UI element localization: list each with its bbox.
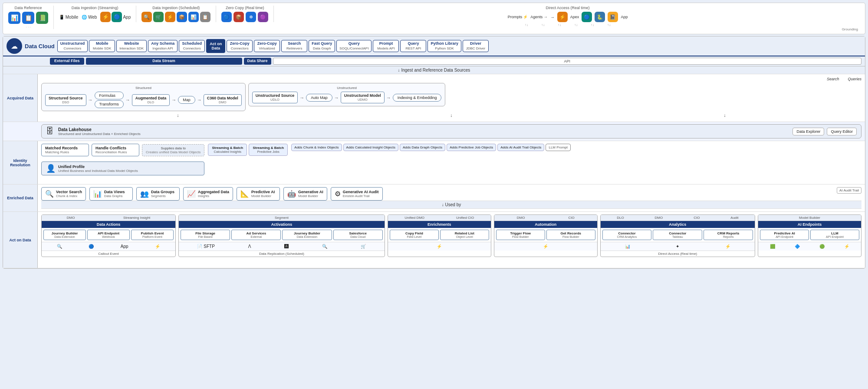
- transforms-box: Transforms: [95, 100, 124, 108]
- da-icon-1: 🔵: [582, 12, 592, 22]
- einstein-icon: 🟩: [770, 244, 775, 249]
- vector-search-sub: Chunk & Index: [56, 194, 82, 198]
- enriched-data-section: Enriched Data 🔍 Vector Search Chunk & In…: [3, 185, 865, 212]
- generative-ai-title: Generative AI: [298, 190, 323, 194]
- ai-audit-trail-label: AI Audit Trail: [837, 187, 861, 194]
- aggregated-data-icon: 📈: [187, 190, 196, 198]
- handle-conflicts-title: Handle Conflicts: [95, 146, 135, 150]
- gen-ai-audit-title: Generative AI Audit: [343, 190, 379, 194]
- supplies-label: Supplies data to Creates unified Data Mo…: [142, 144, 204, 156]
- generative-ai-icon: 🤖: [287, 190, 296, 198]
- dmo-auto-header: DMO: [517, 216, 525, 220]
- activations-column: Segment Activations File Storage File Ba…: [178, 214, 385, 257]
- identity-resolution-label: IdentityResolution: [3, 141, 38, 184]
- connector-crm-item: Connector CRM Analytics: [602, 230, 652, 240]
- adds-graph-box: Adds Data Graph Objects: [400, 144, 445, 151]
- grounding-label: Grounding: [277, 27, 858, 31]
- lakehouse-title: Data Lakehouse: [58, 127, 141, 132]
- dc-connectors-row: Unstructured Connectors Mobile Mobile SD…: [57, 39, 861, 53]
- dc-chip-8: Fast Query Data Graph: [309, 40, 335, 52]
- analytics-bottom-icons: 📊 ✦ ⚡: [601, 242, 755, 251]
- direct-access-label: Direct Access (Real time): [546, 6, 590, 10]
- zero-copy-label: Zero Copy (Real time): [226, 6, 264, 10]
- generative-ai-text: Generative AI Model Builder: [298, 190, 323, 198]
- ir-streaming-items: Streaming & Batch Calculated Insights St…: [208, 144, 288, 156]
- api-endpoint-item: API Endpoint Webhook: [87, 230, 130, 240]
- ai-endpoints-header: Model Builder: [758, 215, 861, 221]
- jupyter-icon: 📓: [608, 12, 618, 22]
- matched-records-title: Matched Records: [45, 146, 85, 150]
- enriched-data-content: 🔍 Vector Search Chunk & Index 📊 Data Vie…: [38, 185, 865, 211]
- dlo-header: DLO: [617, 216, 624, 220]
- ingestion-streaming-label: Data Ingestion (Streaming): [72, 6, 118, 10]
- automation-bottom-icons: ⚡: [494, 242, 597, 251]
- main-container: Data Reference 📊 📋 📗 · · · Data Ingestio…: [0, 0, 868, 389]
- prompts-item: Prompts ⚡: [508, 15, 528, 19]
- data-reference-section: Data Reference 📊 📋 📗 · · ·: [7, 6, 54, 29]
- aggregated-data-title: Aggregated Data: [198, 190, 229, 194]
- acquired-data-flow: Structured Structured Source DSO → Formu…: [41, 83, 861, 111]
- arrow-up-3: ↑↓: [558, 23, 561, 27]
- analytics-bottom-label: Direct Access (Real time): [601, 251, 755, 257]
- dc-chip-11: Query REST API: [400, 40, 426, 52]
- unstructured-model-box: Unstructured Model UDMO: [341, 92, 385, 103]
- enrichments-column: Unified DMO Unified CIO Enrichments Copy…: [388, 214, 491, 257]
- automation-lightning: ⚡: [543, 244, 548, 249]
- streaming-insight-header: Streaming Insight: [123, 216, 150, 220]
- sched-icon-3: ⚡: [165, 12, 175, 22]
- structured-source-box: Structured Source DSO: [45, 94, 86, 106]
- queries-label: Queries: [848, 77, 861, 81]
- arrow-7: →: [386, 95, 391, 100]
- unified-cio-header: Unified CIO: [456, 216, 474, 220]
- callout-icon-search: 🔍: [57, 244, 62, 249]
- automation-items: Trigger Flow Flow Builder Get Records Fl…: [494, 228, 597, 242]
- zero-copy-icons: 🔵 📦 ❄ 🟣: [221, 12, 268, 22]
- ai-audit-trail-col: AI Audit Trail: [837, 187, 861, 201]
- arrow-up-4: ↑↓: [574, 23, 578, 27]
- cio-auto-header: CIO: [568, 216, 574, 220]
- ingestion-scheduled-icons: 🔍 🛒 ⚡ 📦 📊 📋: [141, 12, 210, 22]
- lakehouse-row: 🗄 Data Lakehouse Structured and Unstruct…: [41, 124, 861, 138]
- data-groups-sub: Segments: [151, 194, 174, 198]
- query-editor-btn[interactable]: Query Editor: [827, 128, 857, 135]
- ingest-banner: ↓ Ingest and Reference Data Sources: [3, 66, 865, 74]
- gpt-icon: 🟢: [819, 244, 825, 249]
- data-actions-header: DMO Streaming Insight: [42, 215, 175, 221]
- ir-top-row: Matched Records Matching Rules Handle Co…: [41, 144, 861, 175]
- adds-predictive-box: Adds Predictive Job Objects: [447, 144, 496, 151]
- da-app-label: App: [621, 15, 628, 19]
- indexing-box: Indexing & Embedding: [393, 94, 442, 102]
- gen-ai-audit-icon: ⚙: [335, 190, 341, 198]
- search-queries-row: Search Queries: [41, 77, 861, 81]
- act-columns-row: DMO Streaming Insight Data Actions Journ…: [41, 214, 861, 257]
- direct-access-section: Direct Access (Real time) Prompts ⚡ Agen…: [274, 6, 861, 31]
- ingestion-scheduled-section: Data Ingestion (Scheduled) 🔍 🛒 ⚡ 📦 📊 📋: [136, 6, 216, 22]
- search-icon-act: 🔍: [322, 244, 327, 249]
- data-ref-icon-1: 📊: [8, 12, 20, 24]
- arrow-up-1: ↑↓: [525, 23, 528, 27]
- unstructured-label: Unstructured: [252, 86, 442, 90]
- matched-records-box: Matched Records Matching Rules: [41, 144, 89, 156]
- formulas-box: Formulas: [95, 92, 124, 99]
- analytics-column: DLO DMO CIO Audit Analytics Connector CR…: [600, 214, 755, 257]
- data-views-text: Data Views Data Graphs: [104, 190, 125, 198]
- arrow-5: →: [299, 95, 304, 100]
- crm-analytics-icon: 📊: [625, 244, 630, 249]
- vector-search-title: Vector Search: [56, 190, 82, 194]
- unified-profile: 👤 Unified Profile Unified Business and I…: [41, 162, 204, 175]
- augmented-data-box: Augmented Data DLO: [132, 94, 170, 106]
- data-actions-bar: Data Actions: [42, 221, 175, 228]
- down-arrow-2: ↓: [450, 112, 453, 118]
- top-arrows-row: ↑↓ ↑↓ ↑↓ ↑↓ ↑↓ ↑↓: [525, 23, 611, 27]
- predictive-ai-endpoint-item: Predictive AI API Endpoint: [760, 230, 809, 240]
- cart-icon-act: 🛒: [361, 244, 366, 249]
- unified-profile-text: Unified Profile Unified Business and Ind…: [58, 165, 138, 173]
- dc-chip-10: Prompt Models API: [373, 40, 399, 52]
- salesforce-item: Salesforce Data Cloud: [333, 230, 383, 240]
- unstructured-flow: Unstructured Source UDLO → Auto Map → Un…: [252, 92, 442, 103]
- mulesoft-icon: 🔵: [112, 12, 122, 22]
- get-records-item: Get Records Flow Builder: [546, 230, 595, 240]
- ai-lightning: ⚡: [844, 244, 849, 249]
- data-explorer-btn[interactable]: Data Explorer: [792, 128, 824, 135]
- journey-builder-act-item: Journey Builder Data Extension: [282, 230, 332, 240]
